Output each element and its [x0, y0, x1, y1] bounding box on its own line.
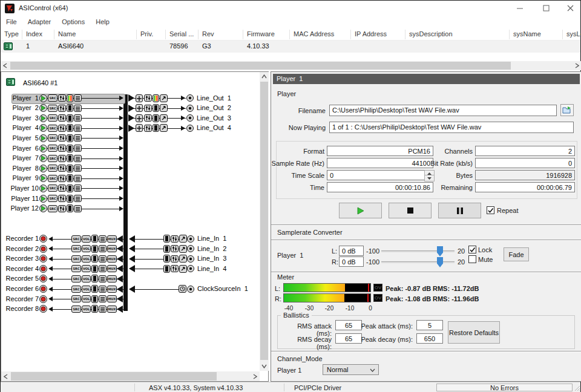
volume-node-icon[interactable]: VOL — [82, 265, 91, 272]
stop-button[interactable] — [389, 203, 432, 218]
src-node-icon[interactable]: SRC — [48, 125, 57, 132]
meter-node-icon[interactable] — [67, 165, 73, 172]
volume-r-slider[interactable] — [381, 261, 455, 263]
scroll-left-icon[interactable] — [1, 371, 10, 381]
column-header-sysdescription[interactable]: sysDescription — [405, 30, 510, 38]
recorder-record-icon[interactable] — [39, 295, 47, 303]
wire-arrow-icon[interactable] — [119, 176, 123, 181]
topology-player-label[interactable]: Player 4 — [2, 124, 39, 131]
topology-player-label[interactable]: Player 11 — [2, 195, 39, 202]
channel-mode-node-icon[interactable] — [99, 235, 107, 243]
maximize-button[interactable] — [536, 1, 556, 16]
meter-node-icon[interactable] — [163, 245, 170, 253]
wire-arrow-icon[interactable] — [119, 206, 123, 211]
filename-input[interactable]: C:\Users\Philip\Desktop\Test WAV File.wa… — [329, 105, 557, 116]
column-header-sysname[interactable]: sysName — [510, 30, 563, 38]
channel-mode-node-icon[interactable] — [74, 125, 82, 132]
close-button[interactable] — [560, 1, 580, 16]
volume-node-icon[interactable] — [58, 125, 66, 132]
lineout-node-icon[interactable] — [186, 94, 194, 102]
column-header-ipaddress[interactable]: IP Address — [351, 30, 405, 38]
recorder-record-icon[interactable] — [39, 255, 47, 263]
volume-node-icon[interactable] — [58, 114, 66, 122]
column-header-rev[interactable]: Rev — [199, 30, 243, 38]
wire-arrow-icon[interactable] — [119, 96, 123, 100]
volume-node-icon[interactable] — [58, 105, 66, 112]
linein-node-icon[interactable] — [187, 265, 194, 272]
topology-clocksource-label[interactable]: ClockSourceIn 1 — [197, 285, 248, 292]
player-play-icon[interactable] — [39, 114, 47, 122]
meter-node-icon[interactable] — [91, 285, 98, 293]
bus-in-arrow-icon[interactable] — [129, 245, 135, 252]
volume-node-icon[interactable] — [58, 195, 66, 202]
volume-node-icon[interactable] — [144, 114, 152, 122]
topology-adapter-title[interactable]: ASI6640 #1 — [23, 79, 58, 87]
wire-arrow-icon[interactable] — [119, 166, 123, 171]
wire-arrow-icon[interactable] — [48, 276, 53, 281]
column-header-index[interactable]: Index — [22, 30, 54, 38]
src-node-icon[interactable]: SRC — [71, 235, 81, 243]
menu-adapter[interactable]: Adapter — [22, 16, 57, 25]
topology-recorder-label[interactable]: Recorder 1 — [2, 235, 39, 242]
player-play-icon[interactable] — [39, 134, 47, 142]
topology-player-label[interactable]: Player 3 — [2, 114, 39, 122]
wire-arrow-icon[interactable] — [181, 106, 185, 111]
src-node-icon[interactable]: SRC — [48, 165, 57, 172]
volume-node-icon[interactable]: VOL — [82, 275, 91, 283]
lineout-node-icon[interactable] — [186, 105, 194, 112]
volume-l-slider-thumb[interactable] — [437, 246, 443, 256]
channel-mode-node-icon[interactable] — [74, 205, 82, 212]
volume-node-icon[interactable] — [58, 185, 66, 192]
mux-node-icon[interactable]: MUX — [107, 295, 117, 302]
channel-mode-node-icon[interactable] — [74, 175, 82, 182]
volume-node-icon[interactable]: VOL — [82, 245, 91, 252]
channel-mode-node-icon[interactable] — [74, 114, 82, 122]
meter-node-icon[interactable] — [67, 104, 73, 112]
lineout-node-icon[interactable] — [186, 114, 194, 122]
mux-node-icon[interactable]: MUX — [107, 305, 117, 313]
resize-grip[interactable] — [575, 386, 580, 391]
volume-r-input[interactable]: 0 dB — [339, 256, 364, 267]
player-play-icon[interactable] — [39, 104, 47, 112]
src-node-icon[interactable]: SRC — [48, 134, 57, 142]
sum-node-icon[interactable] — [136, 114, 143, 122]
volume-l-slider[interactable] — [381, 250, 455, 252]
wire-arrow-icon[interactable] — [48, 256, 53, 261]
meter-node-icon[interactable] — [153, 104, 159, 112]
meter-node-icon[interactable] — [153, 124, 159, 132]
player-play-icon[interactable] — [39, 154, 47, 162]
bus-out-arrow-icon[interactable] — [128, 105, 134, 112]
topology-player-label[interactable]: Player 1 — [2, 94, 39, 102]
wire-arrow-icon[interactable] — [119, 196, 123, 201]
player-play-icon[interactable] — [39, 204, 47, 212]
repeat-checkbox[interactable] — [487, 206, 494, 214]
lock-checkbox[interactable] — [468, 246, 476, 253]
topology-lineout-label[interactable]: Line_Out 3 — [197, 114, 231, 122]
topology-recorder-label[interactable]: Recorder 4 — [2, 265, 39, 272]
out-stream-node-icon[interactable] — [160, 124, 168, 132]
channel-mode-node-icon[interactable] — [99, 265, 107, 272]
bus-out-arrow-icon[interactable] — [128, 125, 134, 132]
wire-arrow-icon[interactable] — [181, 96, 185, 100]
lineout-node-icon[interactable] — [186, 125, 194, 132]
src-node-icon[interactable]: SRC — [48, 175, 57, 182]
mux-node-icon[interactable]: MUX — [107, 275, 117, 283]
peak-attack-input[interactable]: 5 — [416, 320, 443, 330]
meter-node-icon[interactable] — [163, 255, 170, 263]
mute-checkbox[interactable] — [468, 255, 476, 263]
src-node-icon[interactable]: SRC — [71, 305, 81, 313]
browse-file-button[interactable] — [560, 104, 574, 116]
wire-arrow-icon[interactable] — [119, 146, 123, 151]
channel-mode-node-icon[interactable] — [74, 145, 82, 152]
wire-arrow-icon[interactable] — [119, 136, 123, 140]
src-node-icon[interactable]: SRC — [71, 265, 81, 272]
channel-mode-node-icon[interactable] — [74, 185, 82, 192]
mux-node-icon[interactable]: MUX — [107, 235, 117, 243]
scroll-thumb[interactable] — [11, 372, 217, 381]
src-node-icon[interactable]: SRC — [48, 105, 57, 112]
clock-source-node-icon[interactable] — [179, 285, 186, 293]
volume-node-icon[interactable] — [144, 105, 152, 112]
topology-player-label[interactable]: Player 10 — [2, 185, 39, 192]
adapter-table-row[interactable]: 1ASI664078596G34.10.33 — [1, 41, 580, 53]
column-header-syslo[interactable]: sysLo — [563, 30, 581, 38]
